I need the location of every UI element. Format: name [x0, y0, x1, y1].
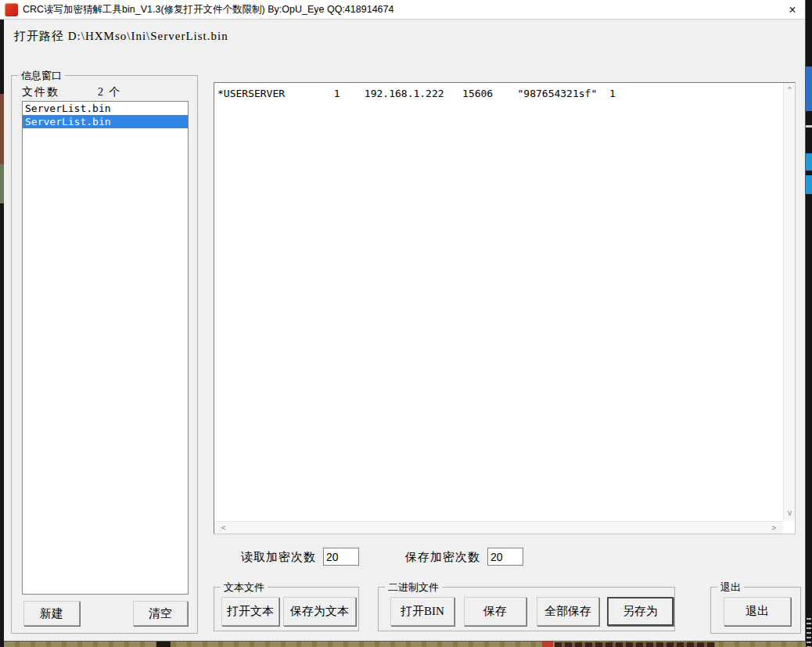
server-record-line: *USERSERVER 1 192.168.1.222 15606 "98765…	[217, 88, 616, 99]
desktop-patch	[806, 153, 812, 171]
file-count-label: 文件数	[22, 85, 59, 99]
desktop-patch	[555, 642, 715, 647]
titlebar: CRC读写加密猜解工具bin_V1.3(修复打开文件个数限制) By:OpU_E…	[0, 0, 805, 20]
desktop-background-right	[806, 0, 812, 647]
file-count-value: 2 个	[98, 85, 122, 99]
desktop-background-bottom	[4, 642, 806, 647]
vertical-scrollbar[interactable]: ^ v	[783, 83, 795, 521]
scroll-left-icon[interactable]: <	[217, 524, 229, 532]
desktop-patch	[0, 164, 4, 203]
save-button[interactable]: 保存	[464, 597, 526, 626]
file-list: ServerList.bin ServerList.bin	[22, 101, 189, 595]
save-as-text-button[interactable]: 保存为文本	[283, 597, 356, 626]
desktop-background-left	[0, 20, 4, 647]
save-all-button[interactable]: 全部保存	[537, 597, 599, 626]
close-icon[interactable]: ×	[781, 0, 803, 20]
app-icon	[5, 3, 18, 16]
save-as-button[interactable]: 另存为	[607, 597, 674, 626]
open-path-label: 打开路径 D:\HXMso\Ini\ServerList.bin	[14, 29, 228, 44]
horizontal-scrollbar[interactable]: < >	[214, 521, 783, 534]
binary-file-group-title: 二进制文件	[385, 581, 442, 595]
read-encrypt-count-input[interactable]	[323, 548, 359, 566]
desktop-patch	[807, 618, 811, 647]
info-group-title: 信息窗口	[18, 69, 65, 83]
desktop-patch	[806, 125, 812, 128]
desktop-patch	[806, 66, 812, 111]
clear-button[interactable]: 清空	[133, 601, 188, 626]
exit-button[interactable]: 退出	[724, 597, 791, 626]
save-encrypt-count-label: 保存加密次数	[405, 550, 480, 565]
desktop-patch	[0, 94, 4, 164]
save-encrypt-count-input[interactable]	[487, 548, 523, 566]
read-encrypt-count-label: 读取加密次数	[241, 550, 316, 565]
list-item-selected[interactable]: ServerList.bin	[23, 115, 188, 128]
exit-group-title: 退出	[717, 581, 744, 595]
content-textarea[interactable]: *USERSERVER 1 192.168.1.222 15606 "98765…	[214, 82, 796, 534]
desktop-patch	[806, 175, 812, 194]
open-text-button[interactable]: 打开文本	[221, 597, 279, 626]
scroll-down-icon[interactable]: v	[784, 509, 796, 517]
app-window: CRC读写加密猜解工具bin_V1.3(修复打开文件个数限制) By:OpU_E…	[0, 0, 806, 642]
scroll-right-icon[interactable]: >	[768, 524, 780, 532]
scroll-up-icon[interactable]: ^	[784, 87, 796, 95]
desktop-patch	[542, 642, 553, 647]
text-file-group-title: 文本文件	[221, 581, 268, 595]
window-title: CRC读写加密猜解工具bin_V1.3(修复打开文件个数限制) By:OpU_E…	[23, 3, 393, 16]
desktop-patch	[156, 642, 171, 647]
list-item[interactable]: ServerList.bin	[23, 102, 188, 115]
new-button[interactable]: 新建	[23, 601, 80, 626]
open-bin-button[interactable]: 打开BIN	[390, 597, 455, 626]
